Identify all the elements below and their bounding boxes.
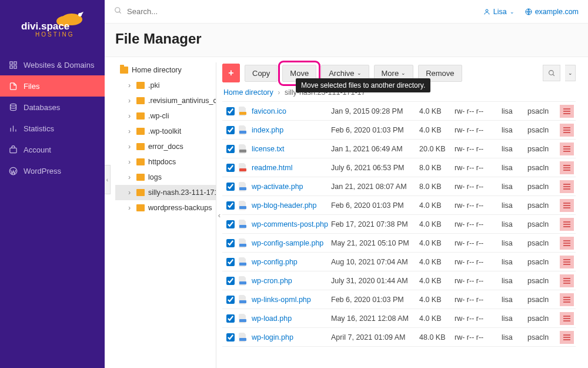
row-checkbox[interactable] bbox=[226, 126, 235, 134]
svg-rect-25 bbox=[239, 187, 246, 190]
tree-item[interactable]: ›logs bbox=[115, 170, 216, 185]
file-name[interactable]: wp-comments-post.php bbox=[252, 220, 328, 228]
tree-label: silly-nash.23-111-171-17 bbox=[148, 188, 216, 197]
file-name[interactable]: wp-links-opml.php bbox=[252, 296, 311, 304]
row-menu-button[interactable] bbox=[560, 161, 574, 174]
row-checkbox[interactable] bbox=[226, 277, 235, 285]
tree-root[interactable]: Home directory bbox=[115, 62, 216, 78]
tree-item[interactable]: ›error_docs bbox=[115, 139, 216, 154]
add-button[interactable]: + bbox=[222, 64, 240, 82]
row-checkbox[interactable] bbox=[226, 333, 235, 342]
chevron-right-icon: › bbox=[128, 173, 133, 181]
file-icon bbox=[239, 163, 247, 173]
domain-name: example.com bbox=[535, 8, 579, 16]
search-input[interactable] bbox=[127, 7, 245, 16]
file-row: wp-comments-post.phpFeb 17, 2021 07:38 P… bbox=[222, 215, 576, 234]
nav-label: WordPress bbox=[24, 167, 61, 175]
row-menu-button[interactable] bbox=[560, 218, 574, 231]
domain-link[interactable]: example.com bbox=[525, 8, 579, 16]
tree-collapse-handle[interactable]: ‹ bbox=[216, 62, 222, 368]
file-name[interactable]: wp-config-sample.php bbox=[252, 239, 323, 247]
file-permissions: rw- r-- r-- bbox=[455, 258, 502, 266]
folder-icon bbox=[136, 143, 145, 150]
file-search-dropdown[interactable]: ⌄ bbox=[565, 65, 576, 81]
file-row: wp-login.phpApril 7, 2021 01:09 AM48.0 K… bbox=[222, 328, 576, 347]
row-menu-button[interactable] bbox=[560, 331, 574, 344]
file-row: wp-links-opml.phpFeb 6, 2020 01:03 PM4.0… bbox=[222, 290, 576, 309]
file-name[interactable]: favicon.ico bbox=[252, 107, 286, 115]
row-checkbox[interactable] bbox=[226, 258, 235, 266]
folder-icon bbox=[136, 97, 145, 104]
nav-item-websites-domains[interactable]: Websites & Domains bbox=[0, 54, 105, 75]
chevron-down-icon: ⌄ bbox=[401, 70, 406, 76]
tree-item[interactable]: ›httpdocs bbox=[115, 154, 216, 170]
file-name[interactable]: readme.html bbox=[252, 164, 292, 172]
file-group: psacln bbox=[527, 296, 558, 304]
file-name[interactable]: license.txt bbox=[252, 145, 285, 153]
file-permissions: rw- r-- r-- bbox=[455, 314, 502, 323]
tree-item[interactable]: ›.wp-cli bbox=[115, 108, 216, 124]
row-menu-button[interactable] bbox=[560, 142, 574, 155]
file-name[interactable]: wp-blog-header.php bbox=[252, 201, 317, 210]
file-name[interactable]: wp-login.php bbox=[252, 333, 293, 342]
chevron-right-icon: › bbox=[128, 204, 133, 212]
row-menu-button[interactable] bbox=[560, 237, 574, 250]
row-checkbox[interactable] bbox=[226, 145, 235, 153]
file-name[interactable]: wp-activate.php bbox=[252, 183, 303, 191]
breadcrumb-root[interactable]: Home directory bbox=[223, 88, 273, 97]
row-checkbox[interactable] bbox=[226, 314, 235, 323]
row-checkbox[interactable] bbox=[226, 296, 235, 304]
row-menu-button[interactable] bbox=[560, 199, 574, 212]
user-menu[interactable]: Lisa ⌄ bbox=[483, 8, 514, 16]
row-checkbox[interactable] bbox=[226, 183, 235, 191]
file-name[interactable]: wp-config.php bbox=[252, 258, 298, 266]
row-menu-button[interactable] bbox=[560, 312, 574, 325]
tree-item[interactable]: ›.pki bbox=[115, 78, 216, 93]
tree-item[interactable]: ›.wp-toolkit bbox=[115, 124, 216, 139]
row-menu-button[interactable] bbox=[560, 256, 574, 268]
nav-item-files[interactable]: Files bbox=[0, 75, 105, 97]
copy-button[interactable]: Copy bbox=[245, 65, 278, 82]
file-permissions: rw- r-- r-- bbox=[455, 145, 502, 153]
svg-rect-30 bbox=[239, 281, 246, 284]
file-search-button[interactable] bbox=[543, 65, 560, 81]
folder-icon bbox=[136, 174, 145, 181]
sidebar-collapse-handle[interactable]: ‹ bbox=[105, 165, 111, 194]
file-name[interactable]: index.php bbox=[252, 126, 283, 134]
row-menu-button[interactable] bbox=[560, 180, 574, 193]
chevron-right-icon: › bbox=[128, 188, 133, 197]
file-row: wp-activate.phpJan 21, 2021 08:07 AM8.0 … bbox=[222, 177, 576, 196]
file-name[interactable]: wp-cron.php bbox=[252, 277, 292, 285]
svg-point-17 bbox=[486, 9, 488, 12]
file-size: 4.0 KB bbox=[419, 314, 455, 323]
nav-item-account[interactable]: Account bbox=[0, 139, 105, 160]
row-checkbox[interactable] bbox=[226, 164, 235, 172]
row-checkbox[interactable] bbox=[226, 220, 235, 228]
nav-item-wordpress[interactable]: WordPress bbox=[0, 160, 105, 181]
nav-item-databases[interactable]: Databases bbox=[0, 97, 105, 118]
row-checkbox[interactable] bbox=[226, 107, 235, 115]
row-menu-button[interactable] bbox=[560, 274, 574, 287]
tree-item[interactable]: ›wordpress-backups bbox=[115, 200, 216, 216]
svg-point-15 bbox=[115, 8, 120, 12]
tree-item[interactable]: ›.revisium_antivirus_cache bbox=[115, 93, 216, 108]
row-menu-button[interactable] bbox=[560, 293, 574, 306]
tree-item[interactable]: ›silly-nash.23-111-171-17 bbox=[115, 185, 216, 200]
row-menu-button[interactable] bbox=[560, 124, 574, 137]
wp-icon bbox=[8, 166, 18, 175]
file-row: favicon.icoJan 9, 2015 09:28 PM4.0 KBrw-… bbox=[222, 102, 576, 121]
svg-rect-21 bbox=[239, 112, 246, 115]
file-icon bbox=[239, 201, 247, 210]
search-wrap bbox=[114, 6, 245, 16]
svg-line-16 bbox=[119, 12, 121, 14]
row-checkbox[interactable] bbox=[226, 201, 235, 210]
file-name[interactable]: wp-load.php bbox=[252, 314, 292, 323]
file-icon bbox=[239, 295, 247, 304]
row-checkbox[interactable] bbox=[226, 239, 235, 247]
file-size: 4.0 KB bbox=[419, 296, 455, 304]
row-menu-button[interactable] bbox=[560, 105, 574, 118]
nav-item-statistics[interactable]: Statistics bbox=[0, 118, 105, 139]
file-date: May 16, 2021 12:08 AM bbox=[331, 314, 419, 323]
file-permissions: rw- r-- r-- bbox=[455, 239, 502, 247]
file-owner: lisa bbox=[502, 314, 527, 323]
